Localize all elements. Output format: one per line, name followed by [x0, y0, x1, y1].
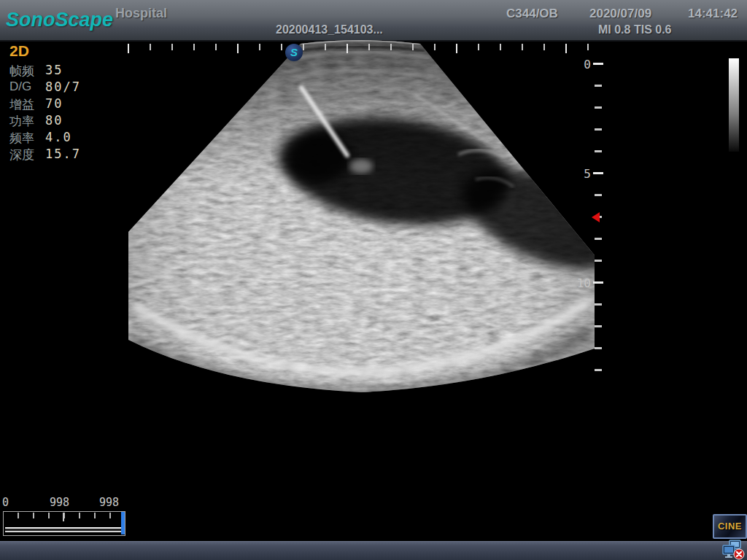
param-label: 功率	[9, 113, 34, 130]
param-value: 35	[45, 63, 63, 77]
depth-ruler-major-ticks	[593, 63, 603, 306]
probe-marker-icon: S	[285, 44, 303, 61]
grayscale-map-bar	[729, 58, 739, 152]
ultrasound-image	[124, 39, 605, 401]
depth-label-10: 10	[568, 276, 591, 290]
cine-scroll-track[interactable]	[5, 527, 122, 532]
param-value: 15.7	[45, 147, 81, 161]
param-row-power: 功率 80	[9, 113, 119, 130]
cine-start-frame: 0	[2, 496, 9, 509]
depth-label-0: 0	[568, 58, 591, 71]
cine-ruler-center-tick	[63, 513, 64, 521]
hospital-name: Hospital	[115, 6, 167, 21]
param-label: 帧频	[9, 63, 34, 79]
focus-marker-icon[interactable]	[592, 212, 600, 222]
param-row-frequency: 频率 4.0	[9, 130, 119, 147]
param-row-gain: 增益 70	[9, 96, 119, 113]
param-row-frame-rate: 帧频 35	[9, 63, 119, 79]
param-label: D/G	[9, 79, 31, 94]
date-display: 2020/07/09	[589, 7, 651, 21]
param-value: 4.0	[45, 130, 72, 144]
horizontal-ruler-major-ticks	[128, 44, 600, 53]
param-label: 深度	[9, 147, 34, 163]
sonoscape-logo: SonoScape	[6, 9, 113, 31]
probe-exam-id: C344/OB	[506, 7, 558, 21]
top-status-bar: SonoScape Hospital C344/OB 2020/07/09 14…	[0, 0, 747, 42]
param-row-dynamic-range: D/G 80/7	[9, 79, 119, 96]
current-file-name: 20200413_154103...	[276, 23, 383, 36]
network-disconnected-icon[interactable]	[721, 540, 746, 560]
depth-label-5: 5	[568, 167, 591, 181]
cine-current-frame: 998	[50, 496, 69, 509]
ultrasound-screen: SonoScape Hospital C344/OB 2020/07/09 14…	[0, 0, 747, 560]
param-value: 70	[45, 96, 63, 111]
param-row-depth: 深度 15.7	[9, 147, 119, 163]
mi-tis-display: MI 0.8 TIS 0.6	[598, 23, 671, 36]
param-value: 80	[45, 113, 63, 128]
cine-button[interactable]: CINE	[713, 514, 747, 539]
taskbar	[0, 541, 747, 560]
time-display: 14:41:42	[688, 7, 738, 21]
param-value: 80/7	[45, 79, 81, 94]
param-label: 增益	[9, 96, 34, 113]
param-label: 频率	[9, 130, 34, 147]
cine-total-frames: 998	[99, 496, 119, 509]
cine-position-thumb[interactable]	[121, 512, 125, 534]
mode-label: 2D	[9, 42, 29, 60]
